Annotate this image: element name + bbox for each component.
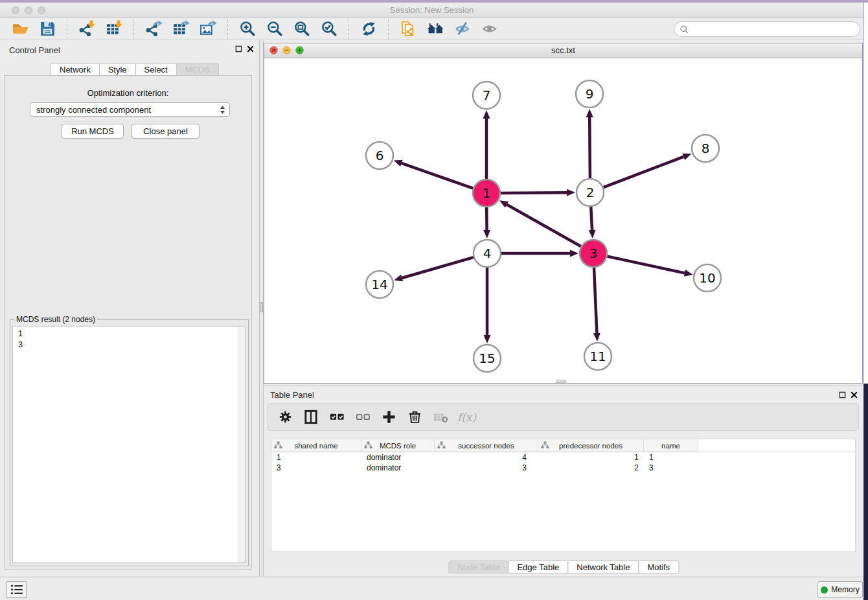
- graph-node-15[interactable]: 15: [474, 345, 501, 372]
- vertical-splitter[interactable]: [259, 40, 264, 577]
- result-line: 1: [18, 329, 240, 340]
- tab-network-table[interactable]: Network Table: [567, 560, 639, 573]
- export-network-icon[interactable]: [144, 19, 163, 39]
- mcds-result-box: MCDS result (2 nodes) 13: [10, 319, 249, 566]
- mcds-result-text[interactable]: 13: [12, 326, 246, 563]
- graph-node-7[interactable]: 7: [473, 82, 500, 109]
- svg-text:4: 4: [483, 246, 492, 261]
- tab-edge-table[interactable]: Edge Table: [508, 560, 568, 573]
- table-row[interactable]: 3dominator323: [271, 463, 855, 473]
- tab-mcds[interactable]: MCDS: [176, 63, 219, 76]
- export-table-icon[interactable]: [171, 19, 190, 39]
- eye-hidden-icon[interactable]: [453, 19, 472, 39]
- search-box: [674, 21, 860, 37]
- import-network-icon[interactable]: [77, 19, 97, 39]
- svg-text:2: 2: [586, 185, 595, 200]
- criterion-value: strongly connected component: [36, 105, 220, 115]
- column-header-shared-name[interactable]: shared name: [271, 439, 361, 452]
- cell-successor-nodes: 4: [435, 452, 538, 463]
- tree-icon: [541, 441, 549, 450]
- minimize-view-button[interactable]: [282, 46, 291, 54]
- graph-node-10[interactable]: 10: [694, 264, 721, 292]
- open-folder-icon[interactable]: [10, 19, 30, 39]
- table-panel-title: Table Panel: [270, 390, 314, 400]
- zoom-in-icon[interactable]: [238, 19, 257, 39]
- close-table-panel-icon[interactable]: [851, 391, 858, 398]
- tab-network[interactable]: Network: [51, 63, 100, 76]
- zoom-out-icon[interactable]: [265, 19, 284, 39]
- columns-icon[interactable]: [303, 408, 320, 426]
- tab-select[interactable]: Select: [135, 63, 177, 76]
- task-list-button[interactable]: [6, 581, 27, 598]
- list-icon: [10, 584, 23, 595]
- add-icon[interactable]: [380, 408, 398, 426]
- tree-icon: [364, 441, 372, 450]
- import-table-icon[interactable]: [104, 19, 124, 39]
- close-panel-button[interactable]: Close panel: [131, 124, 200, 139]
- network-window-titlebar: scc.txt: [264, 43, 862, 58]
- tab-node-table[interactable]: Node Table: [448, 560, 509, 573]
- select-all-icon[interactable]: [328, 408, 346, 426]
- close-panel-icon[interactable]: [247, 45, 254, 52]
- run-mcds-button[interactable]: Run MCDS: [62, 124, 124, 139]
- graph-node-6[interactable]: 6: [366, 142, 393, 169]
- graph-node-4[interactable]: 4: [474, 240, 501, 267]
- select-stepper-icon: [220, 105, 225, 115]
- export-image-icon[interactable]: [198, 19, 218, 39]
- status-bar: Memory: [0, 577, 863, 600]
- column-header-name[interactable]: name: [644, 439, 698, 452]
- result-scrollbar[interactable]: [238, 327, 245, 562]
- desktop-background-top: [863, 3, 868, 384]
- eye-icon[interactable]: [480, 19, 499, 39]
- table-header: shared nameMCDS rolesuccessor nodesprede…: [271, 439, 855, 452]
- delete-icon[interactable]: [406, 408, 424, 426]
- refresh-icon[interactable]: [359, 19, 378, 39]
- control-panel-title: Control Panel: [9, 45, 60, 55]
- application-window: Session: New Session Control Panel Netwo…: [0, 0, 868, 600]
- search-input[interactable]: [689, 25, 854, 34]
- cell-name: 3: [644, 463, 698, 473]
- home-icon[interactable]: [426, 19, 445, 39]
- gear-icon[interactable]: [277, 408, 294, 426]
- float-table-panel-icon[interactable]: [839, 391, 846, 398]
- cell-shared-name: 1: [271, 452, 361, 463]
- tab-motifs[interactable]: Motifs: [638, 560, 679, 573]
- tab-style[interactable]: Style: [99, 63, 136, 76]
- result-line: 3: [18, 340, 240, 351]
- zoom-fit-icon[interactable]: [292, 19, 312, 39]
- network-view-window: scc.txt 7968124314101511: [264, 43, 863, 384]
- memory-button[interactable]: Memory: [817, 581, 863, 598]
- column-header-successor-nodes[interactable]: successor nodes: [435, 439, 538, 452]
- graph-edges: [394, 109, 693, 343]
- graph-node-14[interactable]: 14: [366, 271, 393, 298]
- save-icon[interactable]: [38, 19, 57, 39]
- graph-node-1[interactable]: 1: [473, 179, 500, 207]
- zoom-selected-icon[interactable]: [319, 19, 339, 39]
- column-header-MCDS-role[interactable]: MCDS role: [361, 439, 435, 452]
- toolbar-separator: [227, 19, 228, 39]
- close-view-button[interactable]: [269, 46, 278, 54]
- main-toolbar: [0, 18, 863, 40]
- horizontal-splitter-grip[interactable]: [556, 380, 566, 383]
- copy-document-icon[interactable]: [398, 19, 418, 39]
- graph-node-3[interactable]: 3: [580, 240, 607, 267]
- network-canvas[interactable]: 7968124314101511: [264, 58, 862, 383]
- maximize-view-button[interactable]: [295, 46, 304, 54]
- optimization-criterion-label: Optimization criterion:: [5, 88, 251, 98]
- optimization-criterion-select[interactable]: strongly connected component: [30, 102, 230, 117]
- float-panel-icon[interactable]: [235, 45, 242, 52]
- function-icon: f(x): [458, 408, 475, 426]
- toolbar-separator: [133, 19, 134, 39]
- splitter-grip[interactable]: [260, 302, 263, 312]
- graph-node-9[interactable]: 9: [576, 80, 603, 108]
- graph-node-2[interactable]: 2: [577, 179, 604, 206]
- table-row[interactable]: 1dominator411: [271, 452, 855, 463]
- deselect-all-icon[interactable]: [354, 408, 372, 426]
- table-tabs: Node TableEdge TableNetwork TableMotifs: [448, 560, 678, 573]
- mcds-result-lines: 13: [13, 327, 245, 352]
- column-header-predecessor-nodes[interactable]: predecessor nodes: [538, 439, 644, 452]
- table-body: 1dominator4113dominator323: [271, 452, 855, 473]
- svg-text:15: 15: [479, 351, 495, 366]
- graph-node-11[interactable]: 11: [584, 343, 611, 370]
- graph-node-8[interactable]: 8: [692, 135, 719, 162]
